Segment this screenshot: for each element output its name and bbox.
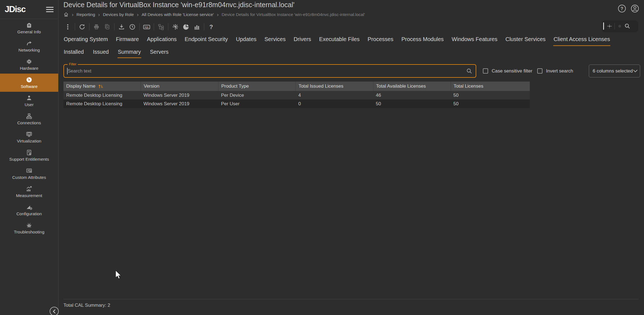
case-sensitive-checkbox-group[interactable]: Case sensitive filter [483, 64, 532, 78]
bar-chart-icon[interactable] [191, 21, 202, 32]
column-header-total-issued[interactable]: Total Issued Licenses [296, 82, 373, 91]
tab-processes[interactable]: Processes [367, 33, 393, 46]
kebab-menu-icon[interactable] [62, 21, 73, 32]
download-icon[interactable] [116, 21, 127, 32]
tab-updates[interactable]: Updates [236, 33, 257, 46]
subtab-installed[interactable]: Installed [63, 47, 84, 58]
refresh-icon[interactable] [77, 21, 87, 32]
cell-version: Windows Server 2019 [141, 91, 218, 99]
app-logo: JDisc [5, 4, 25, 14]
tab-endpoint-security[interactable]: Endpoint Security [184, 33, 228, 46]
cell-product-type: Per User [218, 99, 296, 108]
troubleshooting-bug-icon [26, 222, 33, 229]
text-caret [67, 68, 68, 74]
sidebar-item-configuration[interactable]: Configuration [0, 201, 58, 219]
cell-display-name: Remote Desktop Licensing [63, 91, 141, 99]
sidebar-item-networking[interactable]: Networking [0, 37, 58, 55]
sidebar-item-hardware[interactable]: Hardware [0, 55, 58, 74]
sql-icon[interactable]: SQL [141, 21, 152, 32]
tab-firmware[interactable]: Firmware [116, 33, 139, 46]
filter-field: Filter [63, 64, 476, 78]
report-toolbar: SQL ? [62, 21, 217, 32]
toolbar-divider [139, 23, 140, 30]
breadcrumb-separator: › [72, 12, 73, 17]
table-row[interactable]: Remote Desktop Licensing Windows Server … [63, 99, 530, 108]
column-header-label: Product Type [221, 84, 249, 89]
breadcrumb-devices-by-role[interactable]: Devices by Role [103, 12, 134, 17]
tab-process-modules[interactable]: Process Modules [401, 33, 444, 46]
tab-windows-features[interactable]: Windows Features [451, 33, 498, 46]
column-header-total-available[interactable]: Total Available Licenses [373, 82, 451, 91]
column-header-version[interactable]: Version [141, 82, 218, 91]
filter-field-label: Filter [68, 62, 78, 66]
sort-ascending-icon[interactable] [98, 84, 103, 89]
software-disc-icon [26, 76, 33, 83]
cell-product-type: Per Device [218, 91, 296, 99]
cell-total-available: 50 [373, 99, 451, 108]
toolbar-divider [154, 23, 154, 30]
toolbar-divider [614, 23, 615, 29]
total-cal-summary: Total CAL Summary: 2 [63, 303, 110, 308]
logo-row: JDisc [0, 0, 58, 19]
tab-executable-files[interactable]: Executable Files [319, 33, 360, 46]
sidebar-item-custom-attributes[interactable]: Custom Attributes [0, 165, 58, 183]
case-sensitive-label: Case sensitive filter [492, 68, 532, 74]
sidebar-item-general-info[interactable]: General Info [0, 19, 58, 37]
cell-display-name: Remote Desktop Licensing [63, 99, 141, 108]
toolbar-divider [204, 23, 204, 30]
table-row[interactable]: Remote Desktop Licensing Windows Server … [63, 91, 530, 99]
subtab-issued[interactable]: Issued [93, 47, 109, 58]
invert-search-checkbox[interactable] [537, 68, 542, 74]
software-tabs: Operating System Firmware Applications E… [63, 33, 610, 46]
toolbar-help-icon[interactable]: ? [206, 21, 217, 32]
column-header-label: Version [144, 84, 159, 89]
invert-search-checkbox-group[interactable]: Invert search [537, 64, 573, 78]
copy-report-icon [102, 21, 113, 32]
tab-operating-system[interactable]: Operating System [63, 33, 108, 46]
pan-dots-icon[interactable] [606, 23, 613, 29]
sidebar-collapse-button[interactable] [50, 307, 59, 315]
hamburger-menu-icon[interactable] [46, 6, 54, 13]
breadcrumb-all-devices-with-role[interactable]: All Devices with Role 'License service' [142, 12, 214, 17]
column-header-label: Total Licenses [454, 84, 483, 89]
column-header-total-licenses[interactable]: Total Licenses [451, 82, 530, 91]
main-area: Device Details for VirtualBox Instance '… [59, 0, 644, 315]
cell-total-available: 46 [373, 91, 451, 99]
home-icon[interactable] [63, 12, 69, 17]
breadcrumb-reporting[interactable]: Reporting [76, 12, 95, 17]
column-header-product-type[interactable]: Product Type [218, 82, 296, 91]
tab-cluster-services[interactable]: Cluster Services [505, 33, 546, 46]
sidebar-item-virtualization[interactable]: Virtualization [0, 128, 58, 146]
sidebar-item-label: Virtualization [17, 139, 41, 144]
sidebar-item-user[interactable]: User [0, 92, 58, 110]
tab-services[interactable]: Services [264, 33, 286, 46]
breadcrumb-separator: › [98, 12, 100, 17]
tab-applications[interactable]: Applications [147, 33, 177, 46]
sidebar-item-measurement[interactable]: Measurement [0, 183, 58, 201]
pie-chart-icon[interactable] [181, 21, 191, 32]
column-header-display-name[interactable]: Display Name [63, 82, 141, 91]
sidebar-item-troubleshooting[interactable]: Troubleshooting [0, 219, 58, 237]
help-button[interactable]: ? [618, 4, 626, 13]
sidebar-item-label: General Info [17, 29, 41, 34]
subtab-servers[interactable]: Servers [150, 47, 169, 58]
drag-handle[interactable] [603, 22, 604, 30]
zoom-search-icon[interactable] [624, 23, 631, 30]
sidebar-item-connections[interactable]: Connections [0, 110, 58, 128]
account-button[interactable] [630, 4, 639, 13]
mini-toolbar [602, 21, 637, 31]
connections-graph-icon[interactable] [170, 21, 181, 32]
columns-selected-dropdown[interactable]: 6 columns selected [589, 64, 640, 77]
case-sensitive-checkbox[interactable] [483, 68, 488, 74]
search-input[interactable] [64, 65, 476, 77]
subtab-summary[interactable]: Summary [118, 47, 141, 58]
sidebar-item-support-entitlements[interactable]: Support Entitlements [0, 146, 58, 165]
tab-client-access-licenses[interactable]: Client Access Licenses [553, 33, 610, 46]
search-icon[interactable] [466, 68, 473, 74]
sidebar: JDisc General Info Networking Hardware S… [0, 0, 58, 315]
schedule-clock-icon[interactable] [127, 21, 138, 32]
invert-search-label: Invert search [546, 68, 573, 74]
sidebar-item-software[interactable]: Software [0, 74, 58, 92]
cal-summary-table: Display Name Version Product Type Total … [63, 82, 530, 108]
tab-drivers[interactable]: Drivers [293, 33, 311, 46]
